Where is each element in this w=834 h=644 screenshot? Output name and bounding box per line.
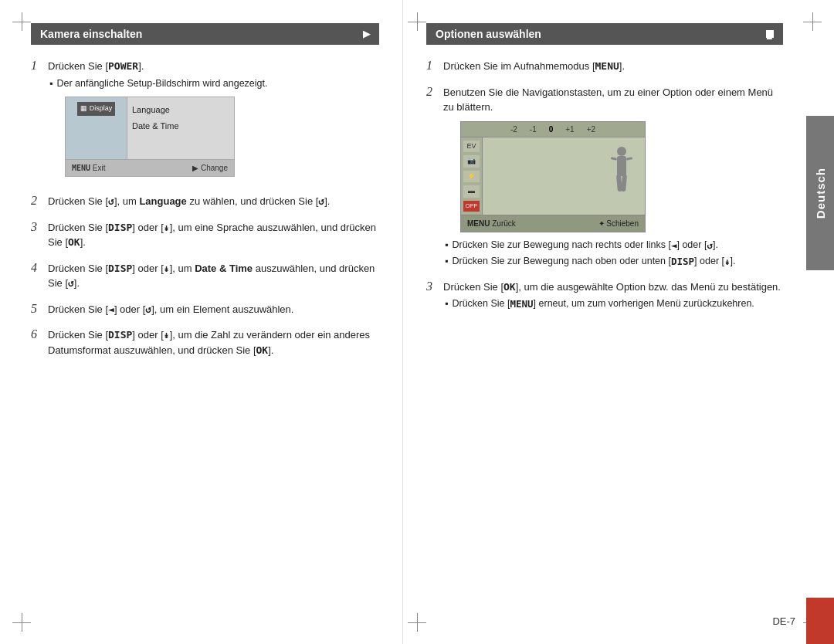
ev-icon-line: ▬ xyxy=(463,185,480,198)
ev-icon-off: OFF xyxy=(463,201,480,212)
ev-icons-panel: EV 📷 ⚡ ▬ OFF xyxy=(461,137,483,215)
step-num-5: 5 xyxy=(31,302,48,316)
left-section-header: Kamera einschalten ▶ xyxy=(31,23,379,45)
step-content-6: Drücken Sie [DISP] oder [↡], um die Zahl… xyxy=(48,327,379,358)
right-step-2-sub-2: Drücken Sie zur Bewegung nach oben oder … xyxy=(445,255,783,269)
ev-scale-m2: -2 xyxy=(510,124,517,135)
left-section-arrow: ▶ xyxy=(363,29,370,39)
right-step-content-3: Drücken Sie [OK], um die ausgewählte Opt… xyxy=(443,280,783,311)
page-content: Kamera einschalten ▶ 1 Drücken Sie [POWE… xyxy=(0,0,806,644)
left-column: Kamera einschalten ▶ 1 Drücken Sie [POWE… xyxy=(0,0,403,644)
step-num-2: 2 xyxy=(31,194,48,208)
left-step-4: 4 Drücken Sie [DISP] oder [↡], um Date &… xyxy=(31,261,379,291)
svg-rect-5 xyxy=(621,174,627,191)
svg-rect-3 xyxy=(626,157,632,160)
cam-menu-item-2: Date & Time xyxy=(132,120,229,133)
ev-scale-0: 0 xyxy=(549,124,554,135)
right-step-num-1: 1 xyxy=(426,59,443,73)
cam-footer: MENU Exit ▶ Change xyxy=(66,159,234,176)
step-content-3: Drücken Sie [DISP] oder [↡], um eine Spr… xyxy=(48,220,379,250)
ev-body: EV 📷 ⚡ ▬ OFF xyxy=(461,137,645,215)
display-label: Display xyxy=(90,103,113,114)
left-step-5: 5 Drücken Sie [◄] oder [↺], um ein Eleme… xyxy=(31,302,379,317)
right-step-content-2: Benutzen Sie die Navigationstasten, um z… xyxy=(443,85,783,269)
step-num-4: 4 xyxy=(31,261,48,275)
ev-icon-flash: ⚡ xyxy=(463,171,480,183)
right-step-3: 3 Drücken Sie [OK], um die ausgewählte O… xyxy=(426,280,783,311)
ev-scale-p2: +2 xyxy=(587,124,595,135)
left-step-1: 1 Drücken Sie [POWER]. Der anfängliche S… xyxy=(31,59,379,183)
ev-footer-left: MENU Zurück xyxy=(467,218,516,229)
cam-footer-left: MENU Exit xyxy=(72,162,106,174)
cam-screen-inner: ▦ Display Language Date & Time xyxy=(66,97,234,159)
step-content-2: Drücken Sie [↺], um Language zu wählen, … xyxy=(48,194,379,209)
step-content-5: Drücken Sie [◄] oder [↺], um ein Element… xyxy=(48,302,379,317)
right-section-header: Optionen auswählen ■ xyxy=(426,23,783,45)
left-step-3: 3 Drücken Sie [DISP] oder [↡], um eine S… xyxy=(31,220,379,250)
cam-screen-mockup: ▦ Display Language Date & Time MENU Exit… xyxy=(65,97,235,177)
ev-main xyxy=(483,137,645,215)
right-section-square: ■ xyxy=(766,30,774,38)
ev-footer-right: ✦ Schieben xyxy=(598,218,639,229)
right-step-2-sub-1: Drücken Sie zur Bewegung nach rechts ode… xyxy=(445,239,783,253)
step-1-sub-text: Der anfängliche Setup-Bildschirm wird an… xyxy=(56,77,267,91)
step-num-3: 3 xyxy=(31,220,48,234)
display-icon: ▦ Display xyxy=(77,102,116,116)
svg-point-0 xyxy=(617,147,626,156)
right-column: Optionen auswählen ■ 1 Drücken Sie im Au… xyxy=(403,0,806,644)
ev-icon-cam: 📷 xyxy=(463,155,480,168)
sidebar-tab: Deutsch xyxy=(806,116,834,270)
right-section-title: Optionen auswählen xyxy=(436,28,541,40)
right-step-num-2: 2 xyxy=(426,85,443,99)
ev-scale-p1: +1 xyxy=(565,124,574,135)
ev-top-bar: -2 -1 0 +1 +2 xyxy=(461,122,645,137)
step-num-1: 1 xyxy=(31,59,48,73)
cam-menu-item-1: Language xyxy=(132,103,229,117)
cam-footer-right: ▶ Change xyxy=(192,162,228,174)
svg-rect-2 xyxy=(611,157,617,160)
right-step-content-1: Drücken Sie im Aufnahmemodus [MENU]. xyxy=(443,59,783,74)
left-step-2: 2 Drücken Sie [↺], um Language zu wählen… xyxy=(31,194,379,209)
step-content-4: Drücken Sie [DISP] oder [↡], um Date & T… xyxy=(48,261,379,291)
cam-right-panel: Language Date & Time xyxy=(127,97,234,159)
step-1-sub: Der anfängliche Setup-Bildschirm wird an… xyxy=(49,77,379,91)
display-icon-symbol: ▦ xyxy=(80,103,87,114)
ev-icon-ev: EV xyxy=(463,141,480,153)
sidebar-accent xyxy=(806,598,834,644)
left-section-title: Kamera einschalten xyxy=(40,28,142,40)
left-step-6: 6 Drücken Sie [DISP] oder [↡], um die Za… xyxy=(31,327,379,358)
right-step-num-3: 3 xyxy=(426,280,443,293)
sidebar-label: Deutsch xyxy=(814,168,827,219)
svg-rect-1 xyxy=(617,156,626,176)
ev-footer: MENU Zurück ✦ Schieben xyxy=(461,215,645,232)
right-step-3-sub: Drücken Sie [MENU] erneut, um zum vorher… xyxy=(445,297,783,311)
ev-scale-m1: -1 xyxy=(530,124,537,135)
right-step-2: 2 Benutzen Sie die Navigationstasten, um… xyxy=(426,85,783,269)
step-content-1: Drücken Sie [POWER]. Der anfängliche Set… xyxy=(48,59,379,183)
menu-label: MENU xyxy=(72,164,90,172)
person-silhouette xyxy=(606,145,637,207)
step-num-6: 6 xyxy=(31,327,48,341)
cam-left-panel: ▦ Display xyxy=(66,97,127,159)
page-number: DE-7 xyxy=(772,615,795,627)
right-step-1: 1 Drücken Sie im Aufnahmemodus [MENU]. xyxy=(426,59,783,74)
ev-screen-mockup: -2 -1 0 +1 +2 EV 📷 ⚡ ▬ OFF xyxy=(460,121,646,232)
